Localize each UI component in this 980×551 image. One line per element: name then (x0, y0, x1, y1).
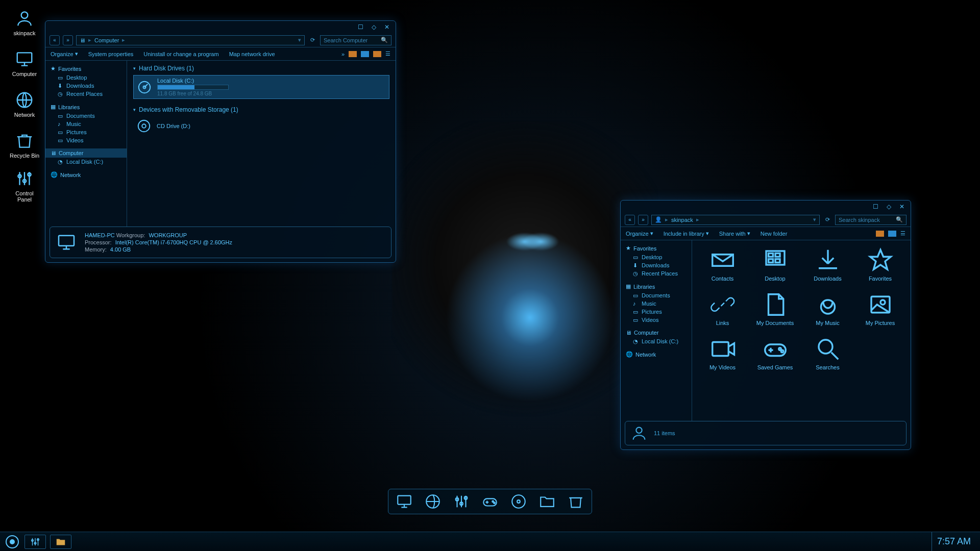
dock-disk[interactable] (510, 493, 527, 510)
drive-cd[interactable]: CD Drive (D:) (133, 116, 389, 136)
breadcrumb-item[interactable]: Computer (94, 37, 119, 43)
map-drive-button[interactable]: Map network drive (229, 51, 275, 57)
sidebar-network-header[interactable]: 🌐Network (45, 170, 127, 180)
chevron-down-icon[interactable]: ▾ (298, 37, 301, 43)
sidebar-item-local-disk[interactable]: ◔Local Disk (C:) (45, 158, 127, 166)
desktop-icon-recycle-bin[interactable]: Recycle Bin (5, 125, 44, 165)
taskbar-item-explorer[interactable] (50, 535, 71, 549)
system-properties-button[interactable]: System properties (88, 51, 134, 57)
desktop-icon-control-panel[interactable]: Control Panel (5, 166, 44, 206)
breadcrumb-item[interactable]: skinpack (671, 217, 693, 223)
sidebar-network-header[interactable]: 🌐Network (621, 349, 692, 359)
dock-trash[interactable] (567, 493, 584, 510)
breadcrumb[interactable]: 👤 ▸ skinpack ▸ ▾ (651, 215, 820, 225)
view-icon[interactable] (349, 51, 357, 57)
view-icon[interactable] (888, 231, 896, 237)
folder-icon (706, 246, 739, 274)
section-hdd-header[interactable]: ▾Hard Disk Drives (1) (133, 65, 389, 72)
refresh-button[interactable]: ⟳ (308, 36, 317, 45)
minimize-button[interactable]: ☐ (356, 23, 365, 31)
sidebar-favorites-header[interactable]: ★Favorites (45, 64, 127, 73)
sidebar-item-documents[interactable]: ▭Documents (45, 112, 127, 120)
folder-downloads[interactable]: Downloads (803, 244, 852, 284)
dock-folder[interactable] (538, 493, 556, 510)
view-icon[interactable] (361, 51, 369, 57)
folder-my-documents[interactable]: My Documents (751, 289, 799, 328)
sidebar-item-desktop[interactable]: ▭Desktop (621, 253, 692, 261)
sidebar-item-videos[interactable]: ▭Videos (45, 136, 127, 144)
section-removable-header[interactable]: ▾Devices with Removable Storage (1) (133, 106, 389, 113)
taskbar-item-control-panel[interactable] (24, 535, 46, 549)
drive-local-disk[interactable]: Local Disk (C:) 11.8 GB free of 24.8 GB (133, 75, 389, 99)
uninstall-button[interactable]: Uninstall or change a program (143, 51, 218, 57)
folder-favorites[interactable]: Favorites (856, 244, 904, 284)
sidebar-item-recent[interactable]: ◷Recent Places (45, 90, 127, 98)
sidebar-libraries-header[interactable]: ▦Libraries (621, 282, 692, 291)
help-button[interactable]: ☰ (385, 51, 390, 57)
close-button[interactable]: ✕ (897, 203, 906, 210)
search-input[interactable]: Search skinpack 🔍 (835, 215, 906, 225)
sidebar-item-recent[interactable]: ◷Recent Places (621, 269, 692, 278)
sidebar-computer-header[interactable]: 🖥Computer (621, 328, 692, 337)
desktop-icon-computer[interactable]: Computer (5, 43, 44, 83)
sidebar-item-downloads[interactable]: ⬇Downloads (621, 261, 692, 269)
more-button[interactable]: » (341, 51, 345, 57)
desktop-icon-network[interactable]: Network (5, 84, 44, 124)
clock[interactable]: 7:57 AM (932, 532, 976, 551)
start-button[interactable] (4, 534, 20, 550)
desktop-icon-skinpack[interactable]: skinpack (5, 3, 44, 42)
sidebar-item-documents[interactable]: ▭Documents (621, 291, 692, 299)
sidebar-item-music[interactable]: ♪Music (45, 120, 127, 128)
sidebar-item-desktop[interactable]: ▭Desktop (45, 73, 127, 82)
taskbar: 7:57 AM (0, 532, 980, 551)
download-icon: ⬇ (58, 83, 64, 89)
sidebar-item-pictures[interactable]: ▭Pictures (621, 308, 692, 316)
organize-button[interactable]: Organize ▾ (626, 230, 653, 237)
maximize-button[interactable]: ◇ (884, 203, 893, 210)
include-library-button[interactable]: Include in library ▾ (664, 230, 709, 237)
folder-my-music[interactable]: My Music (803, 289, 852, 328)
folder-saved-games[interactable]: Saved Games (751, 333, 799, 372)
titlebar[interactable]: ☐ ◇ ✕ (621, 201, 911, 213)
view-icon[interactable] (373, 51, 381, 57)
new-folder-button[interactable]: New folder (761, 231, 788, 237)
help-button[interactable]: ☰ (900, 230, 905, 237)
sidebar-computer-header[interactable]: 🖥Computer (45, 148, 127, 158)
dock-control-panel[interactable] (453, 493, 470, 510)
folder-my-pictures[interactable]: My Pictures (856, 289, 904, 328)
svg-point-9 (142, 124, 146, 128)
sidebar-libraries-header[interactable]: ▦Libraries (45, 102, 127, 112)
sidebar-item-pictures[interactable]: ▭Pictures (45, 128, 127, 136)
nav-forward-button[interactable]: » (638, 215, 648, 225)
dock-games[interactable] (481, 493, 499, 510)
folder-searches[interactable]: Searches (803, 333, 852, 372)
breadcrumb[interactable]: 🖥 ▸ Computer ▸ ▾ (76, 35, 305, 45)
folder-my-videos[interactable]: My Videos (698, 333, 747, 372)
view-icon[interactable] (876, 231, 884, 237)
maximize-button[interactable]: ◇ (369, 23, 378, 31)
svg-rect-19 (712, 342, 728, 356)
sidebar-item-downloads[interactable]: ⬇Downloads (45, 82, 127, 90)
organize-button[interactable]: Organize ▾ (51, 51, 78, 57)
dock-computer[interactable] (396, 493, 413, 510)
close-button[interactable]: ✕ (382, 23, 391, 31)
nav-back-button[interactable]: « (625, 215, 635, 225)
search-input[interactable]: Search Computer 🔍 (320, 35, 391, 45)
share-with-button[interactable]: Share with ▾ (719, 230, 750, 237)
nav-back-button[interactable]: « (50, 35, 60, 45)
sidebar-favorites-header[interactable]: ★Favorites (621, 243, 692, 253)
sidebar-item-videos[interactable]: ▭Videos (621, 316, 692, 324)
folder-links[interactable]: Links (698, 289, 747, 328)
sidebar-item-music[interactable]: ♪Music (621, 299, 692, 308)
chevron-down-icon[interactable]: ▾ (813, 216, 816, 223)
minimize-button[interactable]: ☐ (871, 203, 880, 210)
sidebar-item-local-disk[interactable]: ◔Local Disk (C:) (621, 337, 692, 345)
folder-desktop[interactable]: Desktop (751, 244, 799, 284)
sliders-icon (15, 169, 34, 188)
titlebar[interactable]: ☐ ◇ ✕ (45, 21, 396, 33)
folder-contacts[interactable]: Contacts (698, 244, 747, 284)
folder-icon (864, 291, 897, 318)
dock-network[interactable] (424, 493, 442, 510)
refresh-button[interactable]: ⟳ (823, 215, 832, 224)
nav-forward-button[interactable]: » (63, 35, 73, 45)
